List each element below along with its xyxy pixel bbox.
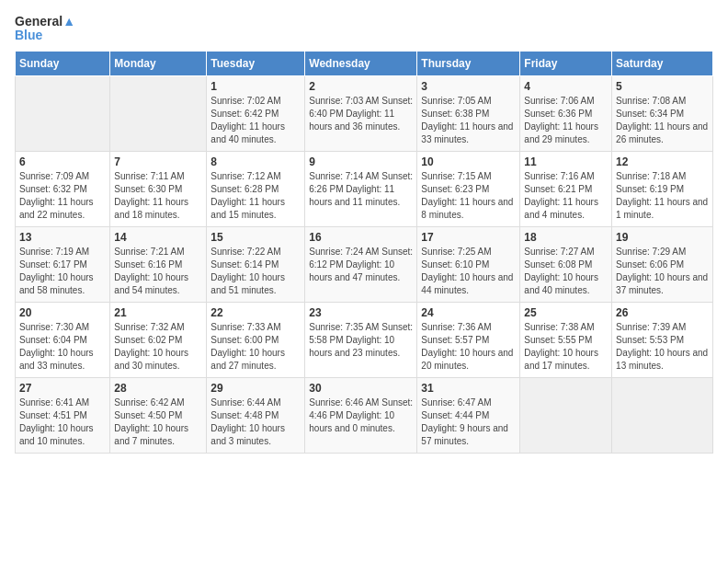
day-number: 13 xyxy=(19,231,106,244)
day-number: 1 xyxy=(210,80,301,93)
day-number: 8 xyxy=(210,155,301,168)
weekday-header: Saturday xyxy=(612,51,713,75)
day-number: 7 xyxy=(114,155,202,168)
day-number: 23 xyxy=(309,306,413,319)
day-detail: Sunrise: 7:06 AM Sunset: 6:36 PM Dayligh… xyxy=(524,95,608,146)
calendar-cell xyxy=(110,75,207,151)
day-detail: Sunrise: 7:21 AM Sunset: 6:16 PM Dayligh… xyxy=(114,246,202,297)
calendar-cell: 21Sunrise: 7:32 AM Sunset: 6:02 PM Dayli… xyxy=(110,302,207,377)
day-detail: Sunrise: 7:22 AM Sunset: 6:14 PM Dayligh… xyxy=(210,246,301,297)
calendar-cell xyxy=(16,75,110,151)
day-number: 31 xyxy=(421,382,516,395)
day-number: 27 xyxy=(19,382,106,395)
calendar-cell: 4Sunrise: 7:06 AM Sunset: 6:36 PM Daylig… xyxy=(520,75,612,151)
header-row: SundayMondayTuesdayWednesdayThursdayFrid… xyxy=(16,51,713,75)
day-number: 2 xyxy=(309,80,413,93)
calendar-cell: 23Sunrise: 7:35 AM Sunset: 5:58 PM Dayli… xyxy=(305,302,417,377)
day-detail: Sunrise: 7:24 AM Sunset: 6:12 PM Dayligh… xyxy=(309,246,413,284)
day-number: 26 xyxy=(616,306,709,319)
day-number: 19 xyxy=(616,231,709,244)
day-detail: Sunrise: 7:11 AM Sunset: 6:30 PM Dayligh… xyxy=(114,170,202,222)
calendar-cell: 7Sunrise: 7:11 AM Sunset: 6:30 PM Daylig… xyxy=(110,151,207,226)
weekday-header: Monday xyxy=(110,51,207,75)
day-number: 20 xyxy=(19,306,106,319)
calendar-cell: 6Sunrise: 7:09 AM Sunset: 6:32 PM Daylig… xyxy=(16,151,110,226)
calendar-cell: 8Sunrise: 7:12 AM Sunset: 6:28 PM Daylig… xyxy=(207,151,305,226)
calendar-cell: 25Sunrise: 7:38 AM Sunset: 5:55 PM Dayli… xyxy=(520,302,612,377)
calendar-cell xyxy=(612,377,713,453)
day-detail: Sunrise: 7:33 AM Sunset: 6:00 PM Dayligh… xyxy=(210,321,301,373)
day-detail: Sunrise: 7:12 AM Sunset: 6:28 PM Dayligh… xyxy=(210,170,301,222)
day-detail: Sunrise: 7:02 AM Sunset: 6:42 PM Dayligh… xyxy=(210,95,301,146)
day-detail: Sunrise: 7:19 AM Sunset: 6:17 PM Dayligh… xyxy=(19,246,106,297)
calendar-cell: 26Sunrise: 7:39 AM Sunset: 5:53 PM Dayli… xyxy=(612,302,713,377)
day-detail: Sunrise: 7:08 AM Sunset: 6:34 PM Dayligh… xyxy=(616,95,709,146)
calendar-week-row: 1Sunrise: 7:02 AM Sunset: 6:42 PM Daylig… xyxy=(16,75,713,151)
calendar-cell: 13Sunrise: 7:19 AM Sunset: 6:17 PM Dayli… xyxy=(16,226,110,302)
logo-general: General▲ xyxy=(15,15,75,29)
calendar-cell: 31Sunrise: 6:47 AM Sunset: 4:44 PM Dayli… xyxy=(417,377,520,453)
calendar-cell: 16Sunrise: 7:24 AM Sunset: 6:12 PM Dayli… xyxy=(305,226,417,302)
calendar-cell: 19Sunrise: 7:29 AM Sunset: 6:06 PM Dayli… xyxy=(612,226,713,302)
calendar-cell: 27Sunrise: 6:41 AM Sunset: 4:51 PM Dayli… xyxy=(16,377,110,453)
day-detail: Sunrise: 7:30 AM Sunset: 6:04 PM Dayligh… xyxy=(19,321,106,373)
day-number: 4 xyxy=(524,80,608,93)
day-detail: Sunrise: 7:09 AM Sunset: 6:32 PM Dayligh… xyxy=(19,170,106,222)
calendar-cell: 2Sunrise: 7:03 AM Sunset: 6:40 PM Daylig… xyxy=(305,75,417,151)
calendar-cell xyxy=(520,377,612,453)
calendar-cell: 29Sunrise: 6:44 AM Sunset: 4:48 PM Dayli… xyxy=(207,377,305,453)
day-number: 16 xyxy=(309,231,413,244)
day-detail: Sunrise: 7:36 AM Sunset: 5:57 PM Dayligh… xyxy=(421,321,516,373)
calendar-week-row: 6Sunrise: 7:09 AM Sunset: 6:32 PM Daylig… xyxy=(16,151,713,226)
day-detail: Sunrise: 7:16 AM Sunset: 6:21 PM Dayligh… xyxy=(524,170,608,222)
weekday-header: Sunday xyxy=(16,51,110,75)
logo-text-block: General▲ Blue xyxy=(15,15,75,43)
day-detail: Sunrise: 6:42 AM Sunset: 4:50 PM Dayligh… xyxy=(114,396,202,448)
calendar-cell: 24Sunrise: 7:36 AM Sunset: 5:57 PM Dayli… xyxy=(417,302,520,377)
day-detail: Sunrise: 7:03 AM Sunset: 6:40 PM Dayligh… xyxy=(309,95,413,133)
day-detail: Sunrise: 7:35 AM Sunset: 5:58 PM Dayligh… xyxy=(309,321,413,360)
day-detail: Sunrise: 7:27 AM Sunset: 6:08 PM Dayligh… xyxy=(524,246,608,297)
weekday-header: Wednesday xyxy=(305,51,417,75)
day-detail: Sunrise: 7:25 AM Sunset: 6:10 PM Dayligh… xyxy=(421,246,516,297)
day-number: 28 xyxy=(114,382,202,395)
calendar-cell: 17Sunrise: 7:25 AM Sunset: 6:10 PM Dayli… xyxy=(417,226,520,302)
calendar-cell: 30Sunrise: 6:46 AM Sunset: 4:46 PM Dayli… xyxy=(305,377,417,453)
day-number: 14 xyxy=(114,231,202,244)
calendar-cell: 10Sunrise: 7:15 AM Sunset: 6:23 PM Dayli… xyxy=(417,151,520,226)
day-number: 9 xyxy=(309,155,413,168)
day-detail: Sunrise: 6:47 AM Sunset: 4:44 PM Dayligh… xyxy=(421,396,516,448)
weekday-header: Thursday xyxy=(417,51,520,75)
day-number: 6 xyxy=(19,155,106,168)
calendar-table: SundayMondayTuesdayWednesdayThursdayFrid… xyxy=(15,51,713,454)
weekday-header: Tuesday xyxy=(207,51,305,75)
day-number: 12 xyxy=(616,155,709,168)
day-number: 5 xyxy=(616,80,709,93)
calendar-week-row: 20Sunrise: 7:30 AM Sunset: 6:04 PM Dayli… xyxy=(16,302,713,377)
calendar-cell: 11Sunrise: 7:16 AM Sunset: 6:21 PM Dayli… xyxy=(520,151,612,226)
day-number: 17 xyxy=(421,231,516,244)
day-detail: Sunrise: 6:44 AM Sunset: 4:48 PM Dayligh… xyxy=(210,396,301,448)
day-number: 15 xyxy=(210,231,301,244)
day-number: 24 xyxy=(421,306,516,319)
calendar-cell: 15Sunrise: 7:22 AM Sunset: 6:14 PM Dayli… xyxy=(207,226,305,302)
day-detail: Sunrise: 7:05 AM Sunset: 6:38 PM Dayligh… xyxy=(421,95,516,146)
calendar-cell: 18Sunrise: 7:27 AM Sunset: 6:08 PM Dayli… xyxy=(520,226,612,302)
calendar-cell: 9Sunrise: 7:14 AM Sunset: 6:26 PM Daylig… xyxy=(305,151,417,226)
calendar-cell: 12Sunrise: 7:18 AM Sunset: 6:19 PM Dayli… xyxy=(612,151,713,226)
day-detail: Sunrise: 7:32 AM Sunset: 6:02 PM Dayligh… xyxy=(114,321,202,373)
day-number: 30 xyxy=(309,382,413,395)
day-number: 29 xyxy=(210,382,301,395)
calendar-cell: 28Sunrise: 6:42 AM Sunset: 4:50 PM Dayli… xyxy=(110,377,207,453)
day-number: 3 xyxy=(421,80,516,93)
logo-blue: Blue xyxy=(15,29,42,42)
day-detail: Sunrise: 7:38 AM Sunset: 5:55 PM Dayligh… xyxy=(524,321,608,373)
calendar-cell: 5Sunrise: 7:08 AM Sunset: 6:34 PM Daylig… xyxy=(612,75,713,151)
calendar-cell: 20Sunrise: 7:30 AM Sunset: 6:04 PM Dayli… xyxy=(16,302,110,377)
calendar-week-row: 13Sunrise: 7:19 AM Sunset: 6:17 PM Dayli… xyxy=(16,226,713,302)
logo: General▲ Blue xyxy=(15,15,75,43)
day-detail: Sunrise: 7:18 AM Sunset: 6:19 PM Dayligh… xyxy=(616,170,709,222)
day-detail: Sunrise: 7:15 AM Sunset: 6:23 PM Dayligh… xyxy=(421,170,516,222)
day-number: 10 xyxy=(421,155,516,168)
day-number: 11 xyxy=(524,155,608,168)
